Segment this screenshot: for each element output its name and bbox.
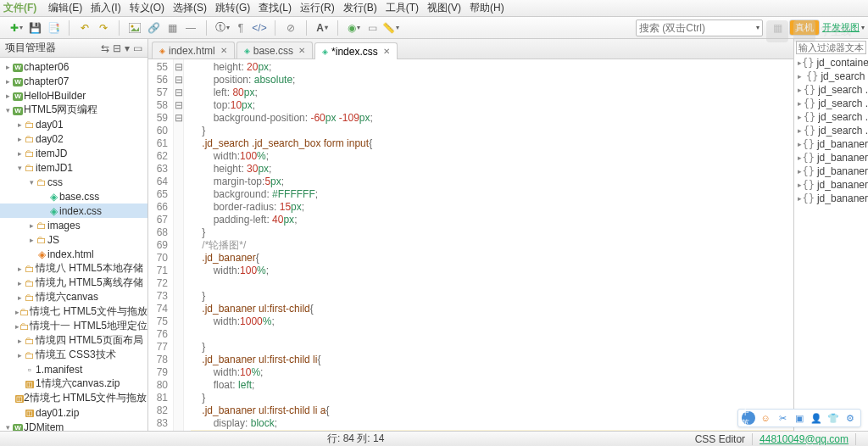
floating-toolbar[interactable]: 中英 ☺ ✂ ▣ 👤 👕 ⚙ bbox=[737, 409, 861, 427]
menu-tools[interactable]: 工具(T) bbox=[386, 1, 419, 15]
table-button[interactable]: ▦ bbox=[164, 20, 181, 36]
editor-tab[interactable]: ◈base.css✕ bbox=[236, 42, 313, 59]
tree-item[interactable]: ▸🗀情境六canvas bbox=[0, 290, 147, 304]
editor-tab[interactable]: ◈index.html✕ bbox=[152, 42, 235, 59]
close-icon[interactable]: ✕ bbox=[220, 46, 227, 55]
input-method-icon[interactable]: 中英 bbox=[742, 411, 755, 425]
outline-list[interactable]: ▸{}jd_containe▸{}jd_search▸{}jd_search .… bbox=[794, 56, 868, 431]
emoji-icon[interactable]: ☺ bbox=[759, 411, 772, 425]
link-icon[interactable]: ⇆ bbox=[101, 42, 109, 54]
scissors-icon[interactable]: ✂ bbox=[776, 411, 789, 425]
menu-publish[interactable]: 发行(B) bbox=[343, 1, 377, 15]
browser-button[interactable]: ◉▾ bbox=[345, 20, 362, 36]
search-dd-icon[interactable]: ▾ bbox=[756, 24, 760, 31]
wrap-button[interactable]: ¶ bbox=[232, 20, 249, 36]
menu-insert[interactable]: 插入(I) bbox=[91, 1, 120, 15]
close-icon[interactable]: ✕ bbox=[383, 47, 390, 56]
link-button[interactable]: 🔗 bbox=[145, 20, 162, 36]
menu-escape[interactable]: 转义(O) bbox=[130, 1, 164, 15]
hr-button[interactable]: — bbox=[182, 20, 199, 36]
tree-item[interactable]: ▾🗀itemJD1 bbox=[0, 160, 147, 175]
font-size-button[interactable]: A▾ bbox=[314, 20, 331, 36]
tree-item[interactable]: ▸Wchapter07 bbox=[0, 74, 147, 88]
tree-item[interactable]: ▸🗀情境五 CSS3技术 bbox=[0, 348, 147, 362]
tree-item[interactable]: ▸🗀day01 bbox=[0, 117, 147, 131]
tree-item[interactable]: ▸🗀JS bbox=[0, 232, 147, 247]
tree-item[interactable]: ◫2情境七 HTML5文件与拖放.z bbox=[0, 391, 147, 405]
save-button[interactable]: 💾 bbox=[26, 20, 43, 36]
ruler-button[interactable]: 📏▾ bbox=[382, 20, 399, 36]
gear-icon[interactable]: ⚙ bbox=[843, 411, 857, 425]
close-icon[interactable]: ✕ bbox=[298, 46, 305, 55]
search-input[interactable]: ▾ bbox=[636, 20, 763, 36]
redo-button[interactable]: ↷ bbox=[95, 20, 112, 36]
menu-file[interactable]: 文件(F) bbox=[3, 1, 36, 15]
tree-item[interactable]: ▸Wchapter06 bbox=[0, 59, 147, 74]
menu-help[interactable]: 帮助(H) bbox=[470, 1, 504, 15]
outline-item[interactable]: ▸{}jd_search . bbox=[794, 83, 868, 97]
menu-edit[interactable]: 编辑(E) bbox=[48, 1, 82, 15]
outline-item[interactable]: ▸{}jd_containe bbox=[794, 56, 868, 70]
tree-item[interactable]: ◈index.html bbox=[0, 247, 147, 261]
tree-item[interactable]: ◈index.css bbox=[0, 203, 147, 218]
tree-item[interactable]: ▫1.manifest bbox=[0, 362, 147, 376]
layout-grid-button[interactable]: ▦ bbox=[769, 20, 786, 36]
menu-select[interactable]: 选择(S) bbox=[173, 1, 207, 15]
image-button[interactable] bbox=[126, 20, 143, 36]
outline-item[interactable]: ▸{}jd_bananer bbox=[794, 178, 868, 192]
outline-item[interactable]: ▸{}jd_bananer bbox=[794, 192, 868, 205]
outline-item[interactable]: ▸{}jd_search . bbox=[794, 97, 868, 110]
tree-item[interactable]: ▸🗀day02 bbox=[0, 131, 147, 146]
code-editor[interactable]: height: 20px; position: absolute; left: … bbox=[184, 59, 793, 431]
tree-item[interactable]: ▸🗀itemJD bbox=[0, 146, 147, 160]
comment-button[interactable]: ⊘ bbox=[282, 20, 299, 36]
outline-item[interactable]: ▸{}jd_search bbox=[794, 70, 868, 83]
tree-item[interactable]: ▸🗀情境七 HTML5文件与拖放 bbox=[0, 304, 147, 319]
tree-item[interactable]: ◫1情境六canvas.zip bbox=[0, 376, 147, 391]
tree-item[interactable]: ▸🗀情境九 HTML5离线存储 bbox=[0, 276, 147, 290]
device-preview-button[interactable]: 真机 bbox=[790, 20, 819, 35]
person-icon[interactable]: 👤 bbox=[810, 411, 823, 425]
text-button[interactable]: ⓣ▾ bbox=[214, 20, 231, 36]
menu-run[interactable]: 运行(R) bbox=[300, 1, 335, 15]
code-button[interactable]: </> bbox=[251, 20, 268, 36]
undo-button[interactable]: ↶ bbox=[76, 20, 93, 36]
outline-item[interactable]: ▸{}jd_search . bbox=[794, 124, 868, 137]
user-email[interactable]: 44810049@qq.com bbox=[760, 433, 849, 445]
dev-view-link[interactable]: 开发视图 bbox=[822, 21, 860, 34]
contact-icon[interactable]: ▣ bbox=[793, 411, 806, 425]
menu-view[interactable]: 视图(V) bbox=[427, 1, 461, 15]
save-all-button[interactable]: 📑 bbox=[45, 20, 62, 36]
tree-item[interactable]: ▸🗀情境八 HTML5本地存储 bbox=[0, 261, 147, 276]
project-tree[interactable]: ▸Wchapter06▸Wchapter07▸WHelloHBuilder▾WH… bbox=[0, 58, 147, 431]
outline-item[interactable]: ▸{}jd_bananer bbox=[794, 151, 868, 164]
outline-item[interactable]: ▸{}jd_search . bbox=[794, 110, 868, 124]
tree-item[interactable]: ▸🗀images bbox=[0, 218, 147, 232]
menu-icon[interactable]: ▾ bbox=[125, 42, 130, 54]
tree-item[interactable]: ◈base.css bbox=[0, 189, 147, 203]
fold-gutter[interactable]: ⊟⊟⊟⊟⊟ bbox=[174, 59, 184, 431]
new-button[interactable]: ✚▾ bbox=[8, 20, 25, 36]
menu-find[interactable]: 查找(L) bbox=[259, 1, 292, 15]
tree-item[interactable]: ▾WJDMitem bbox=[0, 420, 147, 431]
sidebar-header: 项目管理器 ⇆ ⊟ ▾ ▭ bbox=[0, 39, 147, 58]
statusbar: 行: 84 列: 14 CSS Editor 44810049@qq.com bbox=[0, 431, 868, 446]
outline-item[interactable]: ▸{}jd_bananer bbox=[794, 164, 868, 178]
tree-item[interactable]: ▸WHelloHBuilder bbox=[0, 88, 147, 103]
tree-item[interactable]: ▾WHTML5网页编程 bbox=[0, 103, 147, 117]
editor-tab[interactable]: ◈*index.css✕ bbox=[314, 42, 398, 59]
device-button[interactable]: ▭ bbox=[364, 20, 381, 36]
outline-filter[interactable] bbox=[796, 41, 866, 54]
tree-item[interactable]: ▸🗀情境四 HTML5页面布局 bbox=[0, 333, 147, 348]
tree-item[interactable]: ▾🗀css bbox=[0, 175, 147, 189]
shirt-icon[interactable]: 👕 bbox=[826, 411, 840, 425]
svg-point-1 bbox=[131, 25, 134, 27]
collapse-icon[interactable]: ⊟ bbox=[113, 42, 121, 54]
outline-item[interactable]: ▸{}jd_bananer bbox=[794, 137, 868, 151]
menu-goto[interactable]: 跳转(G) bbox=[215, 1, 250, 15]
tree-item[interactable]: ◫day01.zip bbox=[0, 405, 147, 420]
min-icon[interactable]: ▭ bbox=[133, 42, 142, 54]
language-mode[interactable]: CSS Editor bbox=[695, 433, 745, 445]
tree-item[interactable]: ▸🗀情境十一 HTML5地理定位 bbox=[0, 319, 147, 333]
sidebar-title: 项目管理器 bbox=[5, 41, 56, 55]
